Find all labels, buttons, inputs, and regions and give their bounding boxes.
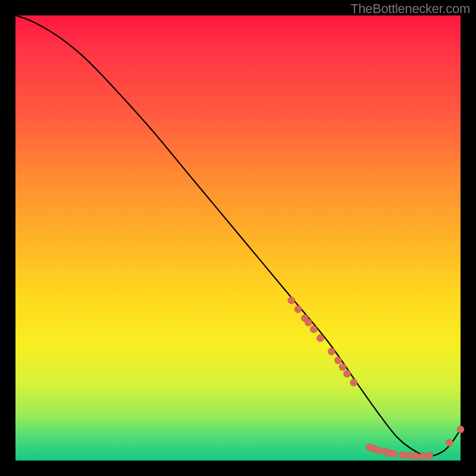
data-marker xyxy=(446,439,453,446)
chart-frame: TheBottlenecker.com xyxy=(0,0,476,476)
data-marker xyxy=(339,364,346,371)
data-marker xyxy=(350,379,357,386)
data-marker xyxy=(406,452,413,459)
chart-overlay xyxy=(15,15,461,461)
data-marker xyxy=(457,426,464,433)
data-marker xyxy=(305,319,312,326)
bottleneck-curve xyxy=(15,15,461,456)
data-marker xyxy=(375,447,382,454)
data-marker xyxy=(288,297,295,304)
data-marker xyxy=(426,452,433,459)
data-marker xyxy=(390,450,397,458)
data-marker xyxy=(334,357,342,364)
data-marker xyxy=(419,453,426,460)
data-marker xyxy=(295,306,302,313)
data-marker xyxy=(310,325,317,333)
data-marker xyxy=(328,348,335,355)
data-marker xyxy=(317,334,324,342)
data-marker xyxy=(343,370,350,377)
data-marker xyxy=(412,453,419,460)
data-markers xyxy=(288,297,464,460)
data-marker xyxy=(399,452,406,459)
attribution-text: TheBottlenecker.com xyxy=(350,1,470,17)
